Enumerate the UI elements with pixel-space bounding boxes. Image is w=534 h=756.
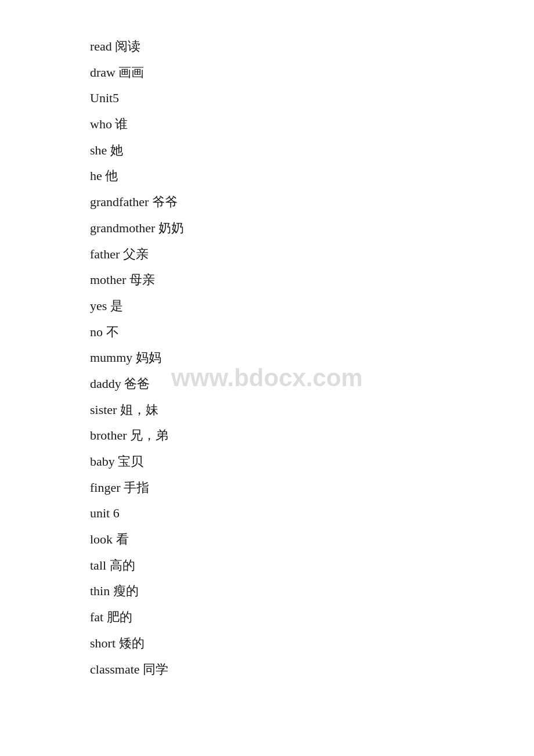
list-item: fat 肥的 [90, 606, 534, 629]
list-item: baby 宝贝 [90, 450, 534, 474]
list-item: thin 瘦的 [90, 579, 534, 603]
list-item: unit 6 [90, 502, 534, 525]
list-item: short 矮的 [90, 632, 534, 656]
list-item: daddy 爸爸 [90, 372, 534, 396]
list-item: finger 手指 [90, 476, 534, 500]
list-item: mother 母亲 [90, 268, 534, 292]
list-item: no 不 [90, 321, 534, 344]
list-item: he 他 [90, 164, 534, 188]
list-item: she 她 [90, 139, 534, 163]
list-item: sister 姐，妹 [90, 398, 534, 422]
list-item: brother 兄，弟 [90, 424, 534, 448]
list-item: look 看 [90, 528, 534, 552]
list-item: classmate 同学 [90, 658, 534, 682]
list-item: grandmother 奶奶 [90, 217, 534, 240]
list-item: read 阅读 [90, 35, 534, 59]
list-item: grandfather 爷爷 [90, 190, 534, 214]
list-item: mummy 妈妈 [90, 346, 534, 370]
vocab-list: read 阅读draw 画画Unit5who 谁she 她he 他grandfa… [0, 0, 534, 718]
list-item: yes 是 [90, 294, 534, 318]
list-item: tall 高的 [90, 554, 534, 578]
list-item: who 谁 [90, 113, 534, 136]
list-item: father 父亲 [90, 243, 534, 267]
list-item: Unit5 [90, 87, 534, 110]
list-item: draw 画画 [90, 61, 534, 85]
